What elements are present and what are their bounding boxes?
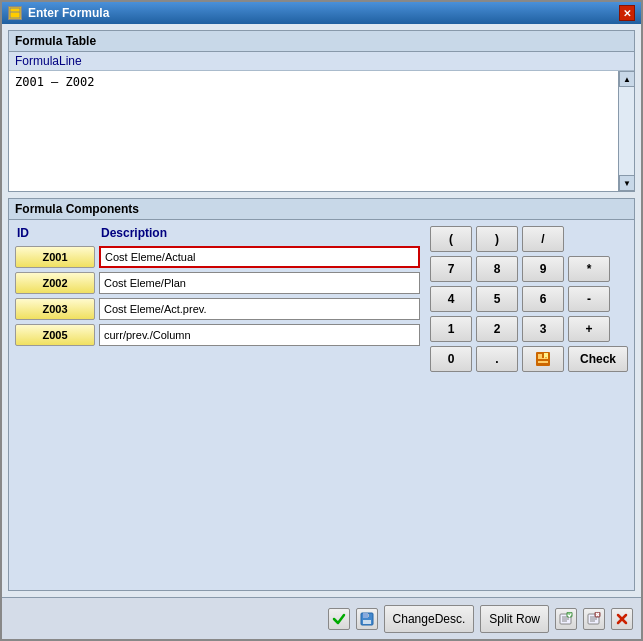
main-content: Formula Table FormulaLine Z001 – Z002 ▲ … (2, 24, 641, 597)
scroll-up-button[interactable]: ▲ (619, 71, 635, 87)
save-button[interactable] (356, 608, 378, 630)
title-bar: Enter Formula ✕ (2, 2, 641, 24)
col-desc-header: Description (99, 226, 420, 240)
calc-btn-minus[interactable]: - (568, 286, 610, 312)
calc-row-3: 4 5 6 - (430, 286, 628, 312)
id-btn-z001[interactable]: Z001 (15, 246, 95, 268)
calc-row-5: 0 . Check (430, 346, 628, 372)
change-desc-button[interactable]: ChangeDesc. (384, 605, 475, 633)
export-button-2[interactable] (583, 608, 605, 630)
formula-line-header: FormulaLine (9, 52, 634, 71)
components-body: ID Description Z001 Z002 Z (9, 220, 634, 590)
check-button[interactable]: Check (568, 346, 628, 372)
main-window: Enter Formula ✕ Formula Table FormulaLin… (0, 0, 643, 641)
calc-btn-plus[interactable]: + (568, 316, 610, 342)
id-btn-z002[interactable]: Z002 (15, 272, 95, 294)
close-button[interactable]: ✕ (619, 5, 635, 21)
calc-btn-7[interactable]: 7 (430, 256, 472, 282)
formula-row-4: Z005 (15, 324, 420, 346)
col-id-header: ID (15, 226, 95, 240)
window-title: Enter Formula (28, 6, 109, 20)
calc-btn-9[interactable]: 9 (522, 256, 564, 282)
calculator-panel: ( ) / 7 8 9 * 4 5 6 (430, 226, 628, 584)
calc-btn-decimal[interactable]: . (476, 346, 518, 372)
svg-rect-9 (368, 614, 369, 617)
scroll-down-button[interactable]: ▼ (619, 175, 635, 191)
confirm-button[interactable] (328, 608, 350, 630)
formula-components-header: Formula Components (9, 199, 634, 220)
calc-btn-4[interactable]: 4 (430, 286, 472, 312)
formula-line-area: FormulaLine Z001 – Z002 ▲ ▼ (9, 52, 634, 191)
scroll-track (619, 87, 634, 175)
formula-row-3: Z003 (15, 298, 420, 320)
svg-rect-7 (363, 613, 368, 618)
formula-line-label: FormulaLine (15, 54, 82, 68)
formula-text-area[interactable]: Z001 – Z002 (9, 71, 618, 191)
calc-btn-close-paren[interactable]: ) (476, 226, 518, 252)
export-button-1[interactable] (555, 608, 577, 630)
window-icon (8, 6, 22, 20)
calc-btn-multiply[interactable]: * (568, 256, 610, 282)
calc-btn-0[interactable]: 0 (430, 346, 472, 372)
calc-row-4: 1 2 3 + (430, 316, 628, 342)
svg-rect-4 (538, 361, 548, 363)
calc-btn-1[interactable]: 1 (430, 316, 472, 342)
formula-table-section: Formula Table FormulaLine Z001 – Z002 ▲ … (8, 30, 635, 192)
calc-btn-5[interactable]: 5 (476, 286, 518, 312)
desc-input-z002[interactable] (99, 272, 420, 294)
id-desc-panel: ID Description Z001 Z002 Z (15, 226, 420, 584)
formula-value: Z001 – Z002 (15, 75, 94, 89)
svg-rect-0 (10, 8, 20, 18)
calc-row-2: 7 8 9 * (430, 256, 628, 282)
bottom-toolbar: ChangeDesc. Split Row (2, 597, 641, 639)
calc-btn-special[interactable] (522, 346, 564, 372)
formula-scrollbar: ▲ ▼ (618, 71, 634, 191)
formula-row-2: Z002 (15, 272, 420, 294)
calc-btn-3[interactable]: 3 (522, 316, 564, 342)
calc-row-1: ( ) / (430, 226, 628, 252)
formula-components-section: Formula Components ID Description Z001 (8, 198, 635, 591)
desc-input-z001[interactable] (99, 246, 420, 268)
formula-content-row: Z001 – Z002 ▲ ▼ (9, 71, 634, 191)
formula-row-1: Z001 (15, 246, 420, 268)
id-btn-z005[interactable]: Z005 (15, 324, 95, 346)
calc-btn-8[interactable]: 8 (476, 256, 518, 282)
desc-input-z003[interactable] (99, 298, 420, 320)
calc-btn-divide[interactable]: / (522, 226, 564, 252)
calc-btn-open-paren[interactable]: ( (430, 226, 472, 252)
cancel-button[interactable] (611, 608, 633, 630)
formula-table-header: Formula Table (9, 31, 634, 52)
svg-rect-5 (538, 358, 548, 359)
calc-btn-2[interactable]: 2 (476, 316, 518, 342)
col-headers: ID Description (15, 226, 420, 240)
calc-btn-6[interactable]: 6 (522, 286, 564, 312)
id-btn-z003[interactable]: Z003 (15, 298, 95, 320)
desc-input-z005[interactable] (99, 324, 420, 346)
svg-rect-8 (363, 620, 371, 624)
split-row-button[interactable]: Split Row (480, 605, 549, 633)
title-bar-left: Enter Formula (8, 6, 109, 20)
